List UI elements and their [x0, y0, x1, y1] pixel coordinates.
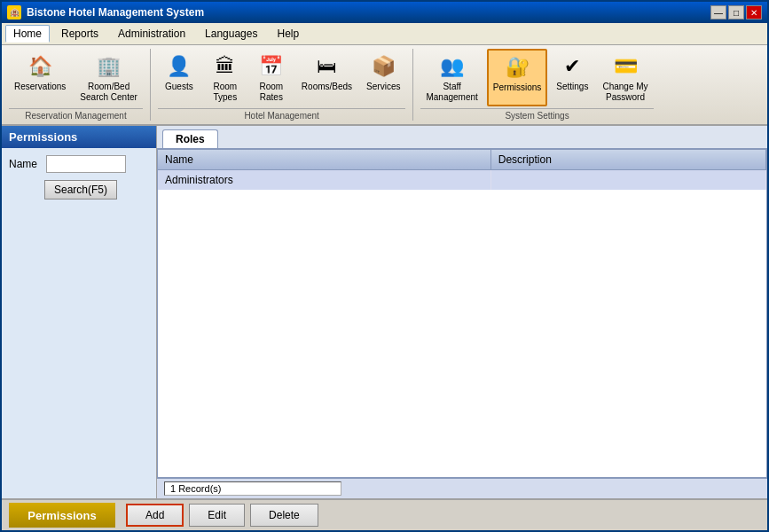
- toolbar-btn-room-rates[interactable]: 📅 RoomRates: [250, 49, 293, 106]
- name-input[interactable]: [46, 155, 126, 173]
- permissions-label: Permissions: [493, 82, 541, 93]
- menu-help[interactable]: Help: [269, 25, 307, 43]
- bottom-bar: Permissions Add Edit Delete: [2, 498, 767, 530]
- left-panel: Permissions Name Search(F5): [2, 126, 157, 498]
- toolbar-items-reservation: 🏠 Reservations 🏢 Room/BedSearch Center: [9, 49, 143, 106]
- menu-administration[interactable]: Administration: [110, 25, 193, 43]
- tabs: Roles: [157, 126, 767, 149]
- services-label: Services: [366, 82, 400, 92]
- row-name: Administrators: [158, 170, 490, 191]
- guests-label: Guests: [165, 82, 193, 92]
- staff-management-icon: 👥: [438, 52, 467, 81]
- room-types-label: RoomTypes: [214, 82, 238, 103]
- change-password-icon: 💳: [611, 52, 640, 81]
- right-panel: Roles Name Description Administrators: [157, 126, 767, 498]
- toolbar-group-hotel: 👤 Guests 🏛 RoomTypes 📅 RoomRates 🛏 Rooms…: [151, 49, 414, 121]
- status-text: 1 Record(s): [164, 481, 341, 496]
- room-bed-search-icon: 🏢: [95, 52, 123, 81]
- settings-icon: ✔: [558, 52, 586, 81]
- hotel-group-label: Hotel Management: [158, 108, 406, 121]
- toolbar-group-system: 👥 StaffManagement 🔐 Permissions ✔ Settin…: [413, 49, 660, 121]
- col-name: Name: [158, 150, 490, 170]
- data-table: Name Description Administrators: [158, 150, 766, 190]
- main-content: Permissions Name Search(F5) Roles: [2, 126, 767, 498]
- toolbar-btn-room-bed-search[interactable]: 🏢 Room/BedSearch Center: [75, 49, 142, 106]
- menu-languages[interactable]: Languages: [197, 25, 265, 43]
- window-title: Bistone Hotel Management System: [27, 6, 204, 19]
- left-panel-body: Name Search(F5): [2, 148, 156, 498]
- room-bed-search-label: Room/BedSearch Center: [80, 82, 137, 103]
- col-description: Description: [490, 150, 765, 170]
- main-window: 🏨 Bistone Hotel Management System — □ ✕ …: [0, 0, 769, 532]
- toolbar-btn-rooms-beds[interactable]: 🛏 Rooms/Beds: [296, 49, 357, 106]
- bottom-label: Permissions: [9, 503, 115, 528]
- reservation-group-label: Reservation Management: [9, 108, 143, 121]
- rooms-beds-icon: 🛏: [312, 52, 341, 81]
- reservations-icon: 🏠: [26, 52, 54, 81]
- toolbar-btn-room-types[interactable]: 🏛 RoomTypes: [204, 49, 247, 106]
- toolbar: 🏠 Reservations 🏢 Room/BedSearch Center R…: [2, 45, 767, 126]
- name-form-row: Name: [9, 155, 149, 173]
- table-area: Name Description Administrators: [157, 149, 767, 478]
- title-bar-left: 🏨 Bistone Hotel Management System: [7, 5, 204, 20]
- title-controls: — □ ✕: [710, 5, 762, 20]
- toolbar-group-hotel-inner: 👤 Guests 🏛 RoomTypes 📅 RoomRates 🛏 Rooms…: [158, 49, 406, 121]
- search-form-row: Search(F5): [9, 180, 149, 200]
- close-button[interactable]: ✕: [746, 5, 762, 20]
- toolbar-group-system-inner: 👥 StaffManagement 🔐 Permissions ✔ Settin…: [420, 49, 653, 121]
- rooms-beds-label: Rooms/Beds: [302, 82, 352, 92]
- toolbar-btn-services[interactable]: 📦 Services: [361, 49, 405, 106]
- settings-label: Settings: [556, 82, 588, 92]
- toolbar-group-reservation: 🏠 Reservations 🏢 Room/BedSearch Center R…: [2, 49, 151, 121]
- toolbar-btn-permissions[interactable]: 🔐 Permissions: [487, 49, 547, 106]
- toolbar-btn-reservations[interactable]: 🏠 Reservations: [9, 49, 71, 106]
- change-password-label: Change MyPassword: [602, 82, 647, 103]
- delete-button[interactable]: Delete: [250, 504, 318, 527]
- status-bar: 1 Record(s): [157, 478, 767, 498]
- title-bar: 🏨 Bistone Hotel Management System — □ ✕: [2, 2, 767, 23]
- guests-icon: 👤: [165, 52, 193, 81]
- room-types-icon: 🏛: [211, 52, 239, 81]
- toolbar-btn-staff-management[interactable]: 👥 StaffManagement: [420, 49, 483, 106]
- toolbar-items-hotel: 👤 Guests 🏛 RoomTypes 📅 RoomRates 🛏 Rooms…: [158, 49, 406, 106]
- search-button[interactable]: Search(F5): [44, 180, 117, 200]
- table-body: Administrators: [158, 170, 766, 191]
- add-button[interactable]: Add: [126, 504, 184, 527]
- table-row[interactable]: Administrators: [158, 170, 766, 191]
- left-panel-title: Permissions: [2, 126, 156, 148]
- app-icon: 🏨: [7, 5, 21, 20]
- menu-bar: Home Reports Administration Languages He…: [2, 23, 767, 45]
- system-group-label: System Settings: [420, 108, 653, 121]
- permissions-icon: 🔐: [503, 53, 531, 82]
- toolbar-btn-settings[interactable]: ✔ Settings: [551, 49, 593, 106]
- toolbar-items-system: 👥 StaffManagement 🔐 Permissions ✔ Settin…: [420, 49, 653, 106]
- staff-management-label: StaffManagement: [426, 82, 477, 103]
- menu-home[interactable]: Home: [5, 25, 50, 43]
- row-description: [490, 170, 765, 191]
- minimize-button[interactable]: —: [710, 5, 726, 20]
- name-label: Name: [9, 158, 41, 170]
- table-head: Name Description: [158, 150, 766, 170]
- toolbar-btn-change-password[interactable]: 💳 Change MyPassword: [597, 49, 653, 106]
- table-header-row: Name Description: [158, 150, 766, 170]
- room-rates-icon: 📅: [257, 52, 286, 81]
- menu-reports[interactable]: Reports: [53, 25, 106, 43]
- reservations-label: Reservations: [14, 82, 66, 92]
- tab-roles[interactable]: Roles: [162, 129, 218, 148]
- toolbar-group-reservation-inner: 🏠 Reservations 🏢 Room/BedSearch Center R…: [9, 49, 143, 121]
- toolbar-btn-guests[interactable]: 👤 Guests: [158, 49, 200, 106]
- maximize-button[interactable]: □: [728, 5, 744, 20]
- room-rates-label: RoomRates: [260, 82, 284, 103]
- services-icon: 📦: [369, 52, 397, 81]
- edit-button[interactable]: Edit: [189, 504, 245, 527]
